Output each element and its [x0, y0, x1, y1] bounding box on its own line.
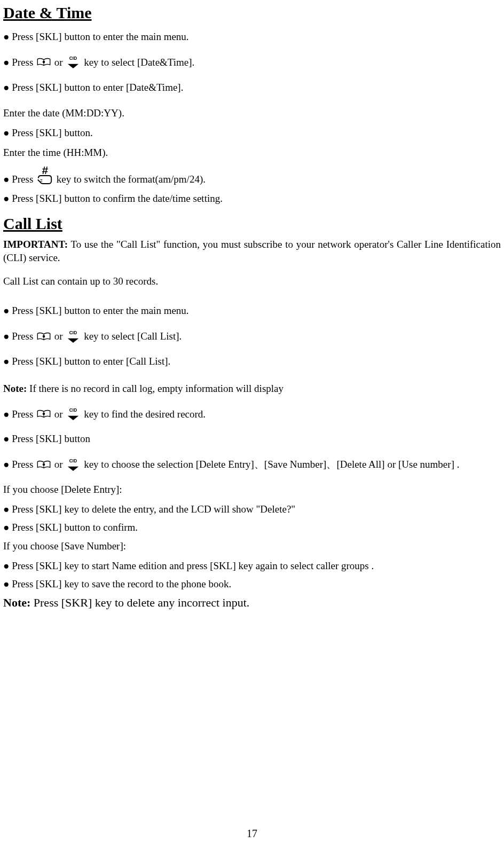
s2-para-delete-entry: If you choose [Delete Entry]: — [3, 483, 501, 497]
s1-bullet-2: ● Press or key to select [Date&Time]. — [3, 56, 501, 69]
cid-down-icon — [66, 56, 81, 69]
s2-bullet-3: ● Press [SKL] button to enter [Call List… — [3, 355, 501, 368]
s1-bullet-3: ● Press [SKL] button to enter [Date&Time… — [3, 81, 501, 95]
page-number: 17 — [0, 827, 504, 840]
hash-key-icon — [36, 166, 53, 186]
s2-bullet-5: ● Press [SKL] button — [3, 432, 501, 446]
s1-bullet-6: ● Press [SKL] button to confirm the date… — [3, 192, 501, 206]
s1-bullet-4: ● Press [SKL] button. — [3, 127, 501, 140]
s2-bullet-2: ● Press or key to select [Call List]. — [3, 329, 501, 343]
s2-note-2: Note: Press [SKR] key to delete any inco… — [3, 595, 501, 611]
s2-bullet-6: ● Press or key to choose the selection [… — [3, 458, 501, 471]
phonebook-icon — [36, 460, 51, 470]
text: key to choose the selection [Delete Entr… — [84, 458, 459, 471]
text: or — [54, 458, 63, 471]
text: key to switch the format(am/pm/24). — [57, 173, 206, 186]
text: ● Press — [3, 56, 33, 69]
s1-bullet-5: ● Press key to switch the format(am/pm/2… — [3, 166, 501, 186]
text: or — [54, 330, 63, 343]
s2-bullet-4: ● Press or key to find the desired recor… — [3, 407, 501, 421]
text: or — [54, 408, 63, 421]
s1-bullet-1: ● Press [SKL] button to enter the main m… — [3, 30, 501, 44]
text: ● Press — [3, 173, 33, 186]
date-time-heading: Date & Time — [3, 2, 501, 23]
s2-bullet-8: ● Press [SKL] button to confirm. — [3, 521, 501, 534]
important-text: To use the "Call List" function, you mus… — [3, 239, 501, 263]
text: ● Press — [3, 330, 33, 343]
text: ● Press — [3, 458, 33, 471]
note-text: Press [SKR] key to delete any incorrect … — [30, 596, 249, 609]
text: or — [54, 56, 63, 69]
cid-down-icon — [66, 408, 81, 421]
phonebook-icon — [36, 410, 51, 419]
note-text: If there is no record in call log, empty… — [27, 383, 284, 394]
note-label: Note: — [3, 383, 27, 394]
text: ● Press — [3, 408, 33, 421]
s2-bullet-9: ● Press [SKL] key to start Name edition … — [3, 560, 501, 573]
cid-down-icon — [66, 459, 81, 471]
text: key to select [Date&Time]. — [84, 56, 194, 69]
text: key to find the desired record. — [84, 408, 206, 421]
s2-para-1: Call List can contain up to 30 records. — [3, 275, 501, 288]
phonebook-icon — [36, 332, 51, 342]
s2-note-1: Note: If there is no record in call log,… — [3, 382, 501, 396]
s1-para-date: Enter the date (MM:DD:YY). — [3, 107, 501, 120]
text: key to select [Call List]. — [84, 330, 182, 343]
phonebook-icon — [36, 58, 51, 67]
s2-bullet-10: ● Press [SKL] key to save the record to … — [3, 578, 501, 591]
s2-bullet-7: ● Press [SKL] key to delete the entry, a… — [3, 503, 501, 516]
s2-bullet-1: ● Press [SKL] button to enter the main m… — [3, 304, 501, 318]
call-list-heading: Call List — [3, 213, 501, 234]
note-label: Note: — [3, 596, 30, 609]
cid-down-icon — [66, 330, 81, 343]
s2-important: IMPORTANT: To use the "Call List" functi… — [3, 238, 501, 264]
s1-para-time: Enter the time (HH:MM). — [3, 146, 501, 160]
important-label: IMPORTANT: — [3, 239, 68, 250]
s2-para-save-number: If you choose [Save Number]: — [3, 540, 501, 553]
